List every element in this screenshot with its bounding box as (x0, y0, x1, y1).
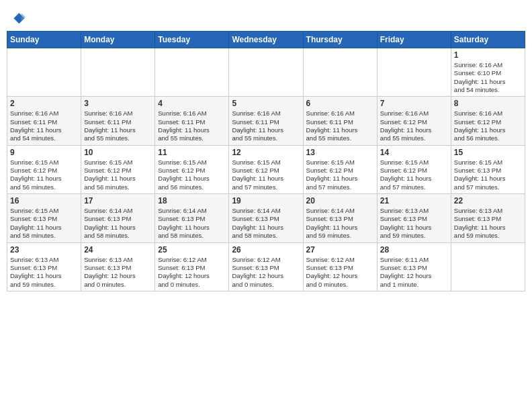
calendar-day: 14Sunrise: 6:15 AM Sunset: 6:12 PM Dayli… (377, 145, 451, 193)
day-number: 8 (454, 99, 522, 108)
day-number: 23 (10, 245, 78, 255)
day-info: Sunrise: 6:14 AM Sunset: 6:13 PM Dayligh… (158, 207, 226, 240)
calendar-table: SundayMondayTuesdayWednesdayThursdayFrid… (7, 31, 525, 291)
day-info: Sunrise: 6:15 AM Sunset: 6:12 PM Dayligh… (158, 158, 226, 191)
day-number: 5 (232, 99, 300, 108)
calendar-day: 7Sunrise: 6:16 AM Sunset: 6:12 PM Daylig… (377, 97, 451, 145)
calendar-week-4: 16Sunrise: 6:15 AM Sunset: 6:13 PM Dayli… (7, 194, 525, 242)
day-info: Sunrise: 6:13 AM Sunset: 6:13 PM Dayligh… (454, 207, 522, 240)
day-number: 10 (84, 148, 152, 157)
logo (9, 11, 27, 27)
calendar-day (303, 48, 377, 97)
calendar-day: 21Sunrise: 6:13 AM Sunset: 6:13 PM Dayli… (377, 194, 451, 242)
day-info: Sunrise: 6:16 AM Sunset: 6:11 PM Dayligh… (84, 109, 152, 142)
day-header-sunday: Sunday (7, 32, 81, 48)
calendar-day (229, 48, 303, 97)
day-number: 19 (232, 196, 300, 205)
day-header-wednesday: Wednesday (229, 32, 303, 48)
calendar-week-5: 23Sunrise: 6:13 AM Sunset: 6:13 PM Dayli… (7, 242, 525, 291)
day-number: 9 (10, 148, 78, 157)
calendar-day: 6Sunrise: 6:16 AM Sunset: 6:11 PM Daylig… (303, 97, 377, 145)
day-info: Sunrise: 6:15 AM Sunset: 6:13 PM Dayligh… (454, 158, 522, 191)
day-header-thursday: Thursday (303, 32, 377, 48)
calendar-day: 9Sunrise: 6:15 AM Sunset: 6:12 PM Daylig… (7, 145, 81, 193)
day-info: Sunrise: 6:12 AM Sunset: 6:13 PM Dayligh… (158, 256, 226, 289)
calendar-day: 12Sunrise: 6:15 AM Sunset: 6:12 PM Dayli… (229, 145, 303, 193)
calendar-day: 20Sunrise: 6:14 AM Sunset: 6:13 PM Dayli… (303, 194, 377, 242)
day-info: Sunrise: 6:13 AM Sunset: 6:13 PM Dayligh… (10, 256, 78, 289)
day-info: Sunrise: 6:12 AM Sunset: 6:13 PM Dayligh… (306, 256, 374, 289)
day-number: 22 (454, 196, 522, 205)
calendar-week-1: 1Sunrise: 6:16 AM Sunset: 6:10 PM Daylig… (7, 48, 525, 97)
day-info: Sunrise: 6:16 AM Sunset: 6:12 PM Dayligh… (380, 109, 448, 142)
calendar-day: 11Sunrise: 6:15 AM Sunset: 6:12 PM Dayli… (155, 145, 229, 193)
day-number: 11 (158, 148, 226, 157)
calendar-day (155, 48, 229, 97)
calendar-day: 16Sunrise: 6:15 AM Sunset: 6:13 PM Dayli… (7, 194, 81, 242)
calendar-week-2: 2Sunrise: 6:16 AM Sunset: 6:11 PM Daylig… (7, 97, 525, 145)
day-info: Sunrise: 6:16 AM Sunset: 6:12 PM Dayligh… (454, 109, 522, 142)
day-number: 13 (306, 148, 374, 157)
calendar-day: 4Sunrise: 6:16 AM Sunset: 6:11 PM Daylig… (155, 97, 229, 145)
calendar-week-3: 9Sunrise: 6:15 AM Sunset: 6:12 PM Daylig… (7, 145, 525, 193)
day-number: 26 (232, 245, 300, 255)
day-info: Sunrise: 6:13 AM Sunset: 6:13 PM Dayligh… (84, 256, 152, 289)
day-info: Sunrise: 6:16 AM Sunset: 6:10 PM Dayligh… (454, 61, 522, 94)
day-number: 16 (10, 196, 78, 205)
day-number: 28 (380, 245, 448, 255)
day-info: Sunrise: 6:15 AM Sunset: 6:12 PM Dayligh… (232, 158, 300, 191)
calendar-day: 3Sunrise: 6:16 AM Sunset: 6:11 PM Daylig… (81, 97, 155, 145)
day-number: 4 (158, 99, 226, 108)
calendar-day: 23Sunrise: 6:13 AM Sunset: 6:13 PM Dayli… (7, 242, 81, 291)
calendar-day: 18Sunrise: 6:14 AM Sunset: 6:13 PM Dayli… (155, 194, 229, 242)
day-number: 21 (380, 196, 448, 205)
day-info: Sunrise: 6:16 AM Sunset: 6:11 PM Dayligh… (232, 109, 300, 142)
day-info: Sunrise: 6:14 AM Sunset: 6:13 PM Dayligh… (232, 207, 300, 240)
day-info: Sunrise: 6:15 AM Sunset: 6:12 PM Dayligh… (380, 158, 448, 191)
day-number: 6 (306, 99, 374, 108)
calendar-day (81, 48, 155, 97)
day-header-tuesday: Tuesday (155, 32, 229, 48)
day-number: 27 (306, 245, 374, 255)
day-info: Sunrise: 6:14 AM Sunset: 6:13 PM Dayligh… (306, 207, 374, 240)
calendar-day: 25Sunrise: 6:12 AM Sunset: 6:13 PM Dayli… (155, 242, 229, 291)
day-info: Sunrise: 6:12 AM Sunset: 6:13 PM Dayligh… (232, 256, 300, 289)
calendar-day: 17Sunrise: 6:14 AM Sunset: 6:13 PM Dayli… (81, 194, 155, 242)
calendar-day: 15Sunrise: 6:15 AM Sunset: 6:13 PM Dayli… (451, 145, 525, 193)
calendar-day: 1Sunrise: 6:16 AM Sunset: 6:10 PM Daylig… (451, 48, 525, 97)
day-header-monday: Monday (81, 32, 155, 48)
day-info: Sunrise: 6:15 AM Sunset: 6:13 PM Dayligh… (10, 207, 78, 240)
day-number: 14 (380, 148, 448, 157)
day-number: 17 (84, 196, 152, 205)
day-number: 3 (84, 99, 152, 108)
day-header-friday: Friday (377, 32, 451, 48)
day-header-saturday: Saturday (451, 32, 525, 48)
calendar-day (7, 48, 81, 97)
day-info: Sunrise: 6:15 AM Sunset: 6:12 PM Dayligh… (84, 158, 152, 191)
calendar-day: 8Sunrise: 6:16 AM Sunset: 6:12 PM Daylig… (451, 97, 525, 145)
day-info: Sunrise: 6:16 AM Sunset: 6:11 PM Dayligh… (306, 109, 374, 142)
day-info: Sunrise: 6:16 AM Sunset: 6:11 PM Dayligh… (10, 109, 78, 142)
day-number: 18 (158, 196, 226, 205)
day-info: Sunrise: 6:13 AM Sunset: 6:13 PM Dayligh… (380, 207, 448, 240)
calendar-day: 26Sunrise: 6:12 AM Sunset: 6:13 PM Dayli… (229, 242, 303, 291)
day-info: Sunrise: 6:16 AM Sunset: 6:11 PM Dayligh… (158, 109, 226, 142)
day-info: Sunrise: 6:15 AM Sunset: 6:12 PM Dayligh… (10, 158, 78, 191)
calendar-day (377, 48, 451, 97)
calendar-day: 13Sunrise: 6:15 AM Sunset: 6:12 PM Dayli… (303, 145, 377, 193)
day-info: Sunrise: 6:14 AM Sunset: 6:13 PM Dayligh… (84, 207, 152, 240)
calendar-header-row: SundayMondayTuesdayWednesdayThursdayFrid… (7, 32, 525, 48)
calendar-day: 10Sunrise: 6:15 AM Sunset: 6:12 PM Dayli… (81, 145, 155, 193)
calendar-day: 2Sunrise: 6:16 AM Sunset: 6:11 PM Daylig… (7, 97, 81, 145)
day-number: 25 (158, 245, 226, 255)
logo-icon (9, 11, 26, 27)
calendar-day: 5Sunrise: 6:16 AM Sunset: 6:11 PM Daylig… (229, 97, 303, 145)
svg-marker-1 (21, 13, 26, 21)
calendar-day: 22Sunrise: 6:13 AM Sunset: 6:13 PM Dayli… (451, 194, 525, 242)
calendar-day: 19Sunrise: 6:14 AM Sunset: 6:13 PM Dayli… (229, 194, 303, 242)
day-number: 2 (10, 99, 78, 108)
day-number: 7 (380, 99, 448, 108)
calendar-day (451, 242, 525, 291)
calendar-day: 24Sunrise: 6:13 AM Sunset: 6:13 PM Dayli… (81, 242, 155, 291)
day-info: Sunrise: 6:15 AM Sunset: 6:12 PM Dayligh… (306, 158, 374, 191)
